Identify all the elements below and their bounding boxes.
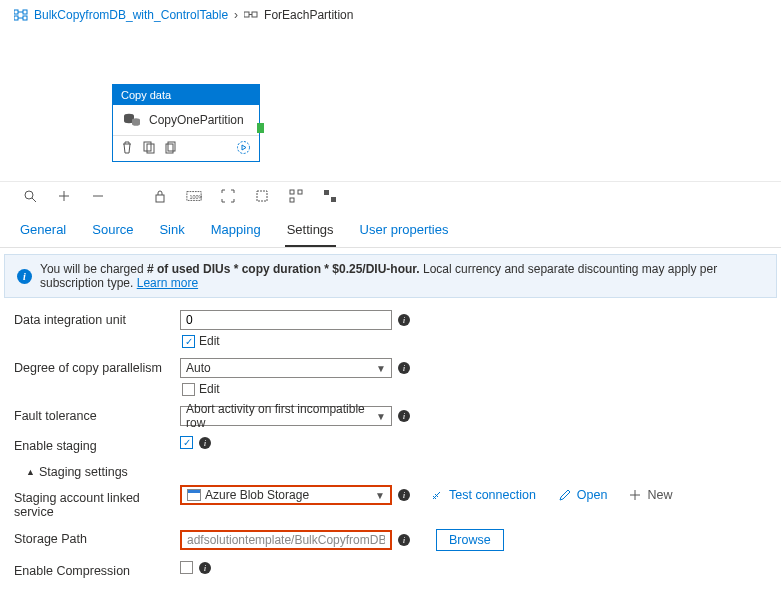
tab-user-properties[interactable]: User properties: [358, 218, 451, 247]
lock-icon[interactable]: [152, 188, 168, 204]
svg-line-17: [32, 198, 36, 202]
breadcrumb: BulkCopyfromDB_with_ControlTable › ForEa…: [0, 0, 781, 26]
info-text: You will be charged # of used DIUs * cop…: [40, 262, 764, 290]
info-icon[interactable]: i: [398, 362, 410, 374]
collapse-icon: ▲: [26, 467, 35, 477]
enable-compression-checkbox[interactable]: [180, 561, 193, 574]
activity-icon: [244, 9, 258, 21]
parallelism-edit-checkbox[interactable]: [182, 383, 195, 396]
tab-general[interactable]: General: [18, 218, 68, 247]
new-button[interactable]: New: [629, 488, 672, 502]
svg-rect-3: [23, 16, 27, 20]
svg-point-15: [238, 142, 250, 154]
chevron-down-icon: ▼: [376, 411, 386, 422]
plug-icon: [430, 489, 443, 502]
svg-rect-1: [14, 16, 18, 20]
edit-label: Edit: [199, 334, 220, 348]
info-icon[interactable]: i: [199, 437, 211, 449]
database-icon: [123, 113, 141, 127]
tab-mapping[interactable]: Mapping: [209, 218, 263, 247]
info-icon[interactable]: i: [398, 489, 410, 501]
settings-form: Data integration unit i ✓ Edit Degree of…: [0, 308, 781, 596]
parallelism-label: Degree of copy parallelism: [14, 358, 180, 375]
svg-rect-13: [168, 142, 175, 151]
activity-name: CopyOnePartition: [149, 113, 244, 127]
svg-text:100%: 100%: [190, 194, 202, 200]
chevron-right-icon: ›: [234, 8, 238, 22]
chevron-down-icon: ▼: [376, 363, 386, 374]
svg-rect-7: [252, 12, 257, 17]
enable-compression-label: Enable Compression: [14, 561, 180, 578]
storage-icon: [187, 489, 201, 501]
svg-rect-2: [23, 10, 27, 14]
diu-label: Data integration unit: [14, 310, 180, 327]
svg-rect-26: [298, 190, 302, 194]
fullscreen-icon[interactable]: [254, 188, 270, 204]
svg-rect-24: [257, 191, 267, 201]
info-icon[interactable]: i: [199, 562, 211, 574]
svg-rect-29: [331, 197, 336, 202]
breadcrumb-current: ForEachPartition: [264, 8, 353, 22]
pipeline-icon: [14, 9, 28, 21]
fault-tolerance-label: Fault tolerance: [14, 406, 180, 423]
canvas-toolbar: 100%: [0, 181, 781, 210]
pipeline-canvas[interactable]: Copy data CopyOnePartition: [0, 26, 781, 181]
chevron-down-icon: ▼: [375, 490, 385, 501]
info-icon[interactable]: i: [398, 534, 410, 546]
info-icon[interactable]: i: [398, 314, 410, 326]
tab-settings[interactable]: Settings: [285, 218, 336, 247]
run-icon[interactable]: [236, 140, 251, 155]
delete-icon[interactable]: [121, 141, 133, 154]
test-connection-button[interactable]: Test connection: [430, 488, 536, 502]
svg-rect-6: [244, 12, 249, 17]
clone-icon[interactable]: [165, 141, 178, 154]
diu-input[interactable]: [180, 310, 392, 330]
diu-edit-checkbox[interactable]: ✓: [182, 335, 195, 348]
activity-type-label: Copy data: [113, 85, 259, 105]
storage-path-label: Storage Path: [14, 529, 180, 546]
browse-button[interactable]: Browse: [436, 529, 504, 551]
linked-service-select[interactable]: Azure Blob Storage ▼: [180, 485, 392, 505]
search-icon[interactable]: [22, 188, 38, 204]
tab-sink[interactable]: Sink: [157, 218, 186, 247]
tab-source[interactable]: Source: [90, 218, 135, 247]
align-icon[interactable]: [288, 188, 304, 204]
info-icon[interactable]: i: [398, 410, 410, 422]
copy-icon[interactable]: [143, 141, 155, 154]
fault-tolerance-select[interactable]: Abort activity on first incompatible row…: [180, 406, 392, 426]
zoom-100-icon[interactable]: 100%: [186, 188, 202, 204]
enable-staging-label: Enable staging: [14, 436, 180, 453]
layout-icon[interactable]: [322, 188, 338, 204]
staging-settings-header[interactable]: ▲ Staging settings: [14, 463, 767, 485]
svg-rect-28: [324, 190, 329, 195]
pricing-info-bar: i You will be charged # of used DIUs * c…: [4, 254, 777, 298]
parallelism-select[interactable]: Auto▼: [180, 358, 392, 378]
pencil-icon: [558, 489, 571, 502]
output-port[interactable]: [257, 123, 264, 133]
breadcrumb-root[interactable]: BulkCopyfromDB_with_ControlTable: [34, 8, 228, 22]
edit-label: Edit: [199, 382, 220, 396]
linked-service-label: Staging account linked service: [14, 485, 180, 519]
learn-more-link[interactable]: Learn more: [137, 276, 198, 290]
svg-rect-0: [14, 10, 18, 14]
svg-rect-14: [166, 144, 173, 153]
zoom-in-icon[interactable]: [56, 188, 72, 204]
zoom-out-icon[interactable]: [90, 188, 106, 204]
fit-icon[interactable]: [220, 188, 236, 204]
svg-point-16: [25, 191, 33, 199]
properties-tabs: General Source Sink Mapping Settings Use…: [0, 210, 781, 248]
info-icon: i: [17, 269, 32, 284]
svg-rect-21: [156, 195, 164, 202]
plus-icon: [629, 489, 641, 501]
storage-path-input[interactable]: [180, 530, 392, 550]
svg-rect-27: [290, 198, 294, 202]
open-button[interactable]: Open: [558, 488, 608, 502]
svg-rect-25: [290, 190, 294, 194]
enable-staging-checkbox[interactable]: ✓: [180, 436, 193, 449]
copy-activity-node[interactable]: Copy data CopyOnePartition: [112, 84, 260, 162]
